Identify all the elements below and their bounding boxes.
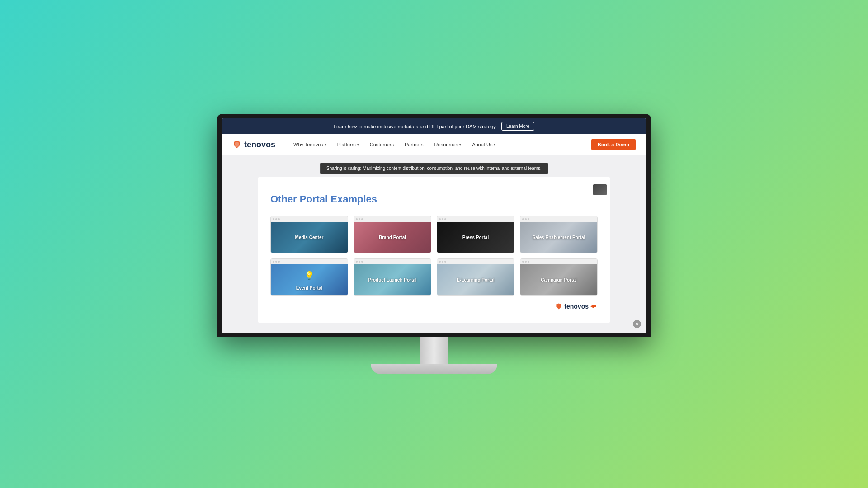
portal-card-event-portal[interactable]: 💡 Event Portal [270, 258, 348, 296]
dot [442, 261, 443, 263]
card-header [520, 216, 597, 222]
chevron-down-icon: ▾ [459, 143, 461, 147]
bottom-logo-text: tenovos [564, 303, 589, 310]
card-header [437, 259, 514, 264]
dot [275, 218, 277, 220]
dot [439, 218, 441, 220]
nav-bar: tenovos Why Tenovos ▾ Platform ▾ Custome… [222, 134, 646, 155]
nav-item-partners[interactable]: Partners [400, 140, 428, 149]
dot [525, 218, 527, 220]
card-image: Brand Portal [354, 222, 431, 253]
card-image: Press Portal [437, 222, 514, 253]
dot [528, 261, 529, 263]
preview-thumbnail [593, 184, 607, 195]
dot [356, 261, 358, 263]
dot [273, 218, 274, 220]
card-header [354, 216, 431, 222]
card-header [271, 259, 348, 264]
logo-text: tenovos [244, 140, 275, 150]
portal-card-press-portal[interactable]: Press Portal [437, 216, 514, 253]
learn-more-button[interactable]: Learn More [501, 122, 534, 131]
portal-grid: Media Center Brand Portal [270, 216, 598, 296]
dot [528, 218, 529, 220]
dot [522, 261, 524, 263]
dot [356, 218, 358, 220]
card-image: Campaign Portal [520, 264, 597, 295]
svg-marker-2 [557, 304, 561, 310]
card-image: 💡 Event Portal [271, 264, 348, 295]
card-header [520, 259, 597, 264]
card-image: Product Launch Portal [354, 264, 431, 295]
logo-area: tenovos [232, 140, 275, 150]
monitor-bezel: Learn how to make inclusive metadata and… [217, 114, 651, 337]
card-label: Sales Enablement Portal [531, 234, 587, 241]
portal-card-campaign-portal[interactable]: Campaign Portal [520, 258, 598, 296]
dot [359, 261, 360, 263]
content-area: Other Portal Examples Media Center [258, 177, 610, 323]
card-header [354, 259, 431, 264]
tooltip-bar: Sharing is caring: Maximizing content di… [320, 163, 548, 174]
portal-card-elearning-portal[interactable]: E-Learning Portal [437, 258, 514, 296]
nav-item-customers[interactable]: Customers [365, 140, 398, 149]
card-label: Campaign Portal [539, 277, 578, 283]
monitor-wrapper: Learn how to make inclusive metadata and… [217, 114, 651, 374]
dot [442, 218, 443, 220]
tenovos-logo-icon [232, 140, 241, 149]
close-scroll-button[interactable]: ✕ [633, 320, 641, 328]
chevron-down-icon: ▾ [357, 143, 359, 147]
card-image: Media Center [271, 222, 348, 253]
dot [525, 261, 527, 263]
dot [273, 261, 274, 263]
nav-item-platform[interactable]: Platform ▾ [333, 140, 363, 149]
card-header [437, 216, 514, 222]
close-icon: ✕ [635, 322, 639, 326]
nav-item-about[interactable]: About Us ▾ [467, 140, 500, 149]
card-image: E-Learning Portal [437, 264, 514, 295]
chevron-down-icon: ▾ [494, 143, 495, 147]
bottom-logo-area: tenovos [270, 303, 598, 310]
bottom-logo-icon [555, 303, 562, 310]
portal-card-brand-portal[interactable]: Brand Portal [354, 216, 431, 253]
card-header [271, 216, 348, 222]
card-label: Event Portal [294, 285, 324, 291]
bottom-logo-arrow-icon [590, 303, 596, 310]
dot [275, 261, 277, 263]
announcement-text: Learn how to make inclusive metadata and… [334, 124, 497, 129]
dot [278, 261, 280, 263]
monitor-screen: Learn how to make inclusive metadata and… [222, 118, 646, 333]
portal-card-media-center[interactable]: Media Center [270, 216, 348, 253]
portal-card-sales-portal[interactable]: Sales Enablement Portal [520, 216, 598, 253]
monitor-stand-neck [420, 337, 448, 364]
dot [278, 218, 280, 220]
dot [361, 218, 363, 220]
announcement-bar: Learn how to make inclusive metadata and… [222, 118, 646, 134]
card-label: E-Learning Portal [455, 277, 496, 283]
dot [522, 218, 524, 220]
dot [361, 261, 363, 263]
card-image: Sales Enablement Portal [520, 222, 597, 253]
svg-marker-3 [590, 305, 596, 308]
dot [439, 261, 441, 263]
monitor-stand-base [371, 364, 497, 374]
dot [444, 261, 446, 263]
nav-item-resources[interactable]: Resources ▾ [430, 140, 466, 149]
nav-item-why-tenovos[interactable]: Why Tenovos ▾ [289, 140, 331, 149]
card-label: Product Launch Portal [366, 277, 418, 283]
card-label: Press Portal [461, 234, 491, 241]
section-title: Other Portal Examples [270, 193, 598, 205]
dot [359, 218, 360, 220]
nav-links: Why Tenovos ▾ Platform ▾ Customers Partn… [289, 140, 591, 149]
dot [444, 218, 446, 220]
book-demo-button[interactable]: Book a Demo [591, 139, 636, 150]
card-label: Media Center [293, 234, 326, 241]
chevron-down-icon: ▾ [325, 143, 326, 147]
portal-card-product-portal[interactable]: Product Launch Portal [354, 258, 431, 296]
main-content-wrapper: Sharing is caring: Maximizing content di… [222, 155, 646, 333]
card-label: Brand Portal [377, 234, 408, 241]
